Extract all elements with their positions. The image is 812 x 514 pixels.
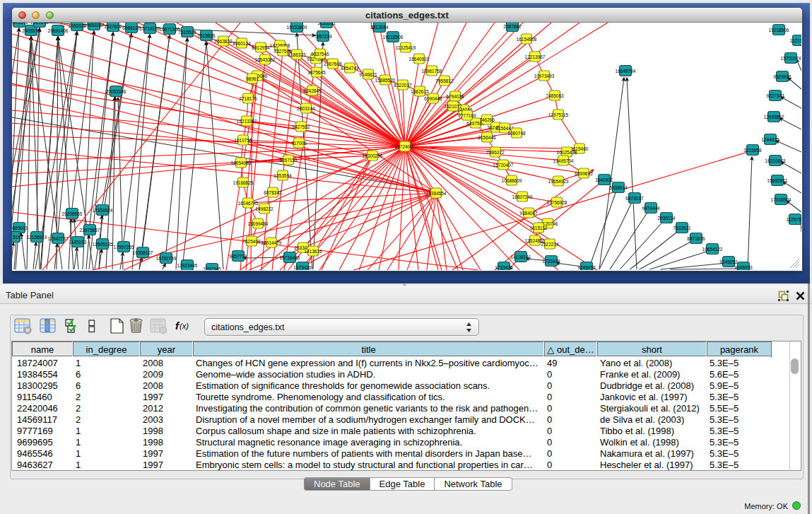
svg-text:1145193: 1145193 <box>69 240 87 245</box>
svg-text:2069140: 2069140 <box>30 23 49 25</box>
svg-text:5938914: 5938914 <box>609 185 628 190</box>
svg-text:1413616: 1413616 <box>304 249 322 254</box>
svg-text:12213967: 12213967 <box>525 54 546 59</box>
svg-text:9777169: 9777169 <box>458 113 476 118</box>
svg-text:6966160: 6966160 <box>122 25 141 30</box>
svg-text:1498222: 1498222 <box>255 206 273 211</box>
svg-text:16046745: 16046745 <box>238 201 259 206</box>
svg-text:3875645: 3875645 <box>307 70 326 75</box>
svg-text:12942737: 12942737 <box>48 236 69 241</box>
svg-text:12505135: 12505135 <box>93 242 113 247</box>
svg-text:2087682: 2087682 <box>503 24 522 29</box>
svg-text:10961758: 10961758 <box>422 69 442 74</box>
svg-text:9457791: 9457791 <box>229 254 247 259</box>
svg-text:9427552: 9427552 <box>292 124 310 129</box>
svg-text:7857224: 7857224 <box>314 34 332 39</box>
svg-text:1733425: 1733425 <box>495 265 513 270</box>
svg-text:18807249: 18807249 <box>512 194 533 199</box>
svg-text:19218506: 19218506 <box>383 35 404 40</box>
svg-text:16914479: 16914479 <box>261 240 282 245</box>
svg-text:8813054: 8813054 <box>370 25 389 30</box>
svg-text:1610755: 1610755 <box>234 138 252 143</box>
svg-text:7663822: 7663822 <box>214 39 233 44</box>
svg-text:8878342: 8878342 <box>264 190 282 195</box>
svg-text:9242845: 9242845 <box>303 88 322 93</box>
svg-text:10654122: 10654122 <box>702 247 723 252</box>
svg-text:16154808: 16154808 <box>517 37 537 42</box>
svg-text:16640910: 16640910 <box>409 57 430 62</box>
svg-text:8471676: 8471676 <box>687 236 705 241</box>
svg-text:12156819: 12156819 <box>27 235 47 240</box>
svg-text:10973493: 10973493 <box>534 74 555 78</box>
svg-text:5155261: 5155261 <box>317 23 336 25</box>
svg-text:15099484: 15099484 <box>248 221 269 226</box>
svg-text:19756928: 19756928 <box>547 200 567 205</box>
svg-text:8960124: 8960124 <box>233 41 251 46</box>
svg-text:16033809: 16033809 <box>287 25 307 30</box>
svg-text:15751074: 15751074 <box>781 56 801 61</box>
svg-text:19384554: 19384554 <box>426 191 447 196</box>
svg-text:7515526: 7515526 <box>178 30 196 35</box>
svg-text:12213367: 12213367 <box>237 119 257 124</box>
svg-text:7886372: 7886372 <box>486 150 505 155</box>
svg-text:18724007: 18724007 <box>395 144 416 149</box>
svg-text:1121753: 1121753 <box>790 38 801 43</box>
svg-text:9245053: 9245053 <box>734 265 753 270</box>
svg-text:17016504: 17016504 <box>771 197 792 202</box>
svg-text:8322037: 8322037 <box>394 83 412 88</box>
svg-text:10025438: 10025438 <box>557 150 577 155</box>
svg-text:16543362: 16543362 <box>255 57 276 62</box>
svg-text:1405571: 1405571 <box>12 23 28 25</box>
svg-text:7632621: 7632621 <box>673 226 691 230</box>
svg-text:2803144: 2803144 <box>297 106 315 111</box>
svg-text:13495754: 13495754 <box>553 158 574 163</box>
svg-text:9384067: 9384067 <box>519 211 538 216</box>
svg-text:7625402: 7625402 <box>242 239 261 244</box>
svg-text:19654923: 19654923 <box>548 179 569 184</box>
svg-text:1080748: 1080748 <box>507 131 526 136</box>
svg-text:1615112: 1615112 <box>530 226 548 230</box>
svg-text:3915161: 3915161 <box>12 235 23 240</box>
svg-text:11325419: 11325419 <box>396 45 416 50</box>
svg-text:10653287: 10653287 <box>84 23 105 28</box>
svg-text:17957255: 17957255 <box>114 245 134 250</box>
svg-text:1621072: 1621072 <box>444 104 462 109</box>
svg-text:15692971: 15692971 <box>767 178 788 183</box>
svg-text:19358107: 19358107 <box>133 250 153 255</box>
svg-text:7955812: 7955812 <box>435 78 454 83</box>
svg-text:1362615: 1362615 <box>411 89 429 94</box>
svg-text:1673426: 1673426 <box>293 265 312 270</box>
svg-text:16210643: 16210643 <box>765 158 786 163</box>
svg-text:1640931: 1640931 <box>595 177 613 182</box>
svg-text:19654983: 19654983 <box>231 160 252 165</box>
svg-text:9337546: 9337546 <box>311 52 329 57</box>
svg-text:20053346: 20053346 <box>106 89 126 94</box>
svg-text:14136141: 14136141 <box>511 255 531 259</box>
svg-text:15716485: 15716485 <box>280 255 300 260</box>
svg-text:7485063: 7485063 <box>546 93 564 98</box>
svg-text:2405571: 2405571 <box>22 28 40 33</box>
svg-text:746266: 746266 <box>479 117 495 122</box>
svg-text:10719155: 10719155 <box>140 26 160 31</box>
svg-text:16782759: 16782759 <box>156 256 177 261</box>
svg-text:15885520: 15885520 <box>375 78 396 83</box>
svg-text:19218506: 19218506 <box>769 28 789 33</box>
svg-text:20206555: 20206555 <box>62 211 83 216</box>
svg-text:2156446: 2156446 <box>478 135 496 140</box>
svg-text:6899695: 6899695 <box>575 171 593 176</box>
svg-text:2935114: 2935114 <box>658 216 676 221</box>
svg-text:7515526: 7515526 <box>197 33 216 38</box>
svg-text:8267155: 8267155 <box>279 158 298 163</box>
svg-text:2522214: 2522214 <box>541 242 559 247</box>
svg-text:4865001: 4865001 <box>12 226 28 230</box>
svg-text:16648784: 16648784 <box>616 69 636 74</box>
svg-text:12093852: 12093852 <box>764 115 784 119</box>
svg-text:20691406: 20691406 <box>48 28 69 33</box>
svg-text:9146821: 9146821 <box>359 72 377 77</box>
svg-text:9245052: 9245052 <box>577 265 596 270</box>
svg-text:1733426: 1733426 <box>542 259 560 264</box>
svg-text:18300295: 18300295 <box>363 153 383 158</box>
svg-text:9245052: 9245052 <box>719 259 738 264</box>
svg-text:1353594: 1353594 <box>273 173 292 178</box>
svg-text:2967608: 2967608 <box>324 62 342 66</box>
